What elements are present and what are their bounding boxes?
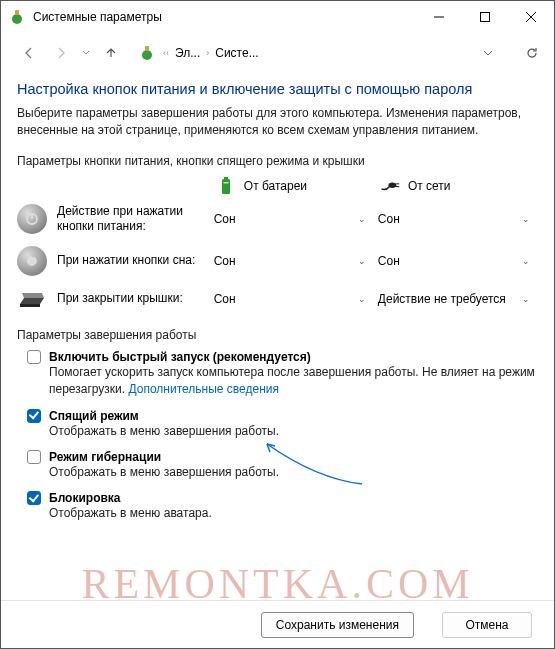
sleep-button-battery-select[interactable]: Сон ⌄ xyxy=(210,252,374,270)
nav-row: ‹‹ Эл... › Систе... xyxy=(1,33,554,73)
fast-startup-title: Включить быстрый запуск (рекомендуется) xyxy=(49,350,311,364)
content: Настройка кнопок питания и включение защ… xyxy=(1,73,554,523)
fast-startup-checkbox[interactable] xyxy=(27,350,41,364)
hibernate-item: Режим гибернации Отображать в меню завер… xyxy=(17,450,538,481)
maximize-button[interactable] xyxy=(462,1,508,33)
plug-icon xyxy=(380,176,400,196)
sleep-desc: Отображать в меню завершения работы. xyxy=(49,423,538,440)
power-button-icon xyxy=(17,204,47,234)
ac-label: От сети xyxy=(408,179,451,193)
column-headers: От батареи От сети xyxy=(17,176,538,196)
minimize-button[interactable] xyxy=(416,1,462,33)
power-options-icon xyxy=(9,9,25,25)
lid-ac-select[interactable]: Действие не требуется ⌄ xyxy=(374,290,538,308)
hibernate-title: Режим гибернации xyxy=(49,450,161,464)
lock-title: Блокировка xyxy=(49,491,121,505)
learn-more-link[interactable]: Дополнительные сведения xyxy=(128,382,278,396)
chevron-down-icon: ⌄ xyxy=(522,294,530,304)
lock-checkbox[interactable] xyxy=(27,491,41,505)
up-button[interactable] xyxy=(97,39,125,67)
svg-rect-9 xyxy=(224,177,228,180)
hibernate-checkbox[interactable] xyxy=(27,450,41,464)
svg-rect-3 xyxy=(481,13,490,22)
sleep-button-label: При нажатии кнопки сна: xyxy=(57,253,195,268)
svg-rect-8 xyxy=(222,179,230,194)
chevron-down-icon: ⌄ xyxy=(358,256,366,266)
svg-marker-18 xyxy=(22,293,44,298)
sleep-title: Спящий режим xyxy=(49,409,139,423)
svg-rect-7 xyxy=(145,46,149,51)
power-options-icon xyxy=(137,43,157,63)
power-button-battery-select[interactable]: Сон ⌄ xyxy=(210,210,374,228)
close-button[interactable] xyxy=(508,1,554,33)
battery-column-header: От батареи xyxy=(210,176,374,196)
back-button[interactable] xyxy=(15,39,43,67)
sleep-button-ac-select[interactable]: Сон ⌄ xyxy=(374,252,538,270)
power-button-label: Действие при нажатии кнопки питания: xyxy=(57,204,210,234)
refresh-button[interactable] xyxy=(518,39,546,67)
lid-battery-select[interactable]: Сон ⌄ xyxy=(210,290,374,308)
battery-label: От батареи xyxy=(244,179,307,193)
chevron-down-icon: ⌄ xyxy=(522,256,530,266)
battery-icon xyxy=(216,176,236,196)
sleep-item: Спящий режим Отображать в меню завершени… xyxy=(17,409,538,440)
footer: Сохранить изменения Отмена xyxy=(1,600,554,648)
breadcrumb[interactable]: ‹‹ Эл... › Систе... xyxy=(129,39,546,67)
svg-rect-1 xyxy=(15,10,19,15)
hibernate-desc: Отображать в меню завершения работы. xyxy=(49,464,538,481)
sleep-button-icon xyxy=(17,246,47,276)
svg-rect-10 xyxy=(223,182,228,184)
crumb-2[interactable]: Систе... xyxy=(215,46,258,60)
crumb-1[interactable]: Эл... xyxy=(175,46,200,60)
svg-point-11 xyxy=(388,182,396,187)
save-button[interactable]: Сохранить изменения xyxy=(261,612,414,638)
sleep-checkbox[interactable] xyxy=(27,409,41,423)
window-controls xyxy=(416,1,554,33)
window-title: Системные параметры xyxy=(33,10,416,24)
svg-point-0 xyxy=(12,14,22,24)
chevron-down-icon: ⌄ xyxy=(358,294,366,304)
lid-icon xyxy=(17,288,47,310)
svg-marker-17 xyxy=(20,304,40,307)
recent-dropdown[interactable] xyxy=(79,39,93,67)
lid-close-label: При закрытии крышки: xyxy=(57,291,183,306)
power-button-ac-select[interactable]: Сон ⌄ xyxy=(374,210,538,228)
sleep-button-row: При нажатии кнопки сна: Сон ⌄ Сон ⌄ xyxy=(17,246,538,276)
titlebar: Системные параметры xyxy=(1,1,554,33)
ac-column-header: От сети xyxy=(374,176,538,196)
lock-desc: Отображать в меню аватара. xyxy=(49,505,538,522)
page-description: Выберите параметры завершения работы для… xyxy=(17,105,538,140)
fast-startup-item: Включить быстрый запуск (рекомендуется) … xyxy=(17,350,538,399)
chevron-down-icon: ⌄ xyxy=(358,214,366,224)
shutdown-settings: Параметры завершения работы Включить быс… xyxy=(17,328,538,523)
svg-marker-16 xyxy=(20,298,44,304)
shutdown-heading: Параметры завершения работы xyxy=(17,328,538,342)
forward-button[interactable] xyxy=(47,39,75,67)
address-dropdown[interactable] xyxy=(474,39,502,67)
svg-point-6 xyxy=(142,50,152,60)
lock-item: Блокировка Отображать в меню аватара. xyxy=(17,491,538,522)
lid-close-row: При закрытии крышки: Сон ⌄ Действие не т… xyxy=(17,288,538,310)
cancel-button[interactable]: Отмена xyxy=(442,612,532,638)
fast-startup-desc: Помогает ускорить запуск компьютера посл… xyxy=(49,365,535,396)
chevron-right-icon: › xyxy=(206,48,209,58)
chevron-down-icon: ⌄ xyxy=(522,214,530,224)
page-title: Настройка кнопок питания и включение защ… xyxy=(17,81,538,97)
buttons-section-heading: Параметры кнопки питания, кнопки спящего… xyxy=(17,154,538,168)
power-button-row: Действие при нажатии кнопки питания: Сон… xyxy=(17,204,538,234)
chevron-left-icon: ‹‹ xyxy=(163,48,169,58)
